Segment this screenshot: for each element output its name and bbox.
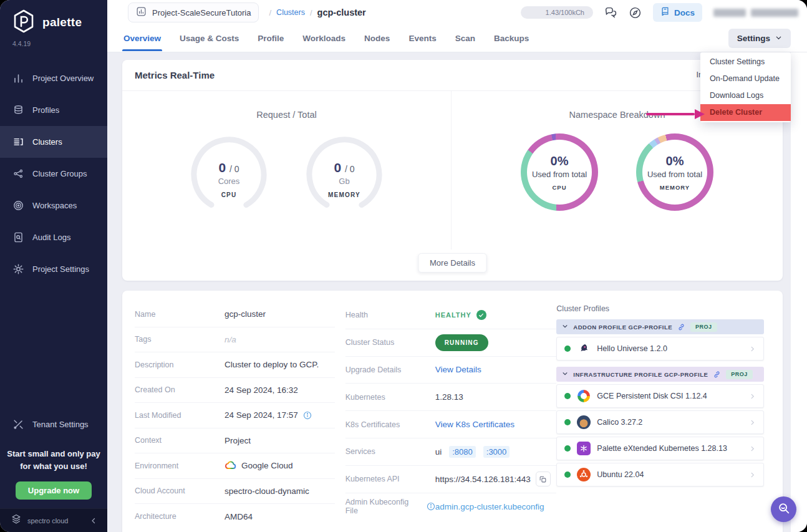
menu-item-delete-cluster[interactable]: Delete Cluster xyxy=(700,104,791,121)
tab-usage-costs[interactable]: Usage & Costs xyxy=(178,26,240,51)
memory-total-value: / 0 xyxy=(345,164,355,174)
chevron-right-icon xyxy=(749,346,756,352)
chevron-right-icon xyxy=(749,419,756,426)
status-row-kubernetes: Kubernetes 1.28.13 xyxy=(346,384,557,411)
footer-brand-text: spectro cloud xyxy=(27,517,68,525)
tools-icon xyxy=(12,418,24,430)
infrastructure-profile-header[interactable]: INFRASTRUCTURE PROFILE GCP-PROFILE PROJ xyxy=(556,367,764,382)
sidebar-item-label: Project Overview xyxy=(32,74,94,83)
sidebar: palette 4.4.19 Project Overview Profiles… xyxy=(0,0,107,532)
info-icon[interactable] xyxy=(427,502,435,511)
view-details-link[interactable]: View Details xyxy=(435,365,481,374)
project-selector[interactable]: Project-ScaleSecureTutoria xyxy=(128,2,259,22)
cluster-tab-bar: Overview Usage & Costs Profile Workloads… xyxy=(107,25,807,52)
namespace-cpu-donut: 0% Used from total CPU xyxy=(521,133,598,211)
brand: palette xyxy=(0,0,107,37)
sidebar-item-project-overview[interactable]: Project Overview xyxy=(0,62,107,94)
menu-item-on-demand-update[interactable]: On-Demand Update xyxy=(700,70,791,87)
memory-percent: 0% xyxy=(666,154,684,168)
top-bar-actions: 1.43/100kCh Docs xyxy=(521,3,798,22)
profile-layer-gce-disk[interactable]: GCE Persistent Disk CSI 1.12.4 xyxy=(556,384,764,408)
profile-layer-calico[interactable]: Calico 3.27.2 xyxy=(556,410,764,434)
sidebar-item-tenant-settings[interactable]: Tenant Settings xyxy=(0,409,107,440)
breadcrumb-clusters-link[interactable]: Clusters xyxy=(276,8,305,17)
breadcrumb-separator: / xyxy=(310,8,312,17)
service-port-link[interactable]: :8080 xyxy=(449,446,476,458)
palette-app: palette 4.4.19 Project Overview Profiles… xyxy=(0,0,807,532)
profile-layer-pxk[interactable]: Palette eXtended Kubernetes 1.28.13 xyxy=(556,437,764,460)
breadcrumb: / Clusters / gcp-cluster xyxy=(269,7,365,17)
info-row-tags: Tags n/a xyxy=(135,327,335,353)
cpu-total-value: / 0 xyxy=(230,164,239,174)
tab-overview[interactable]: Overview xyxy=(122,26,162,51)
addon-profile-header[interactable]: ADDON PROFILE GCP-PROFILE PROJ xyxy=(556,319,764,334)
info-row-environment: Environment Google Cloud xyxy=(135,453,335,479)
link-icon[interactable] xyxy=(677,323,685,331)
tab-backups[interactable]: Backups xyxy=(493,26,530,51)
tab-events[interactable]: Events xyxy=(407,26,437,51)
namespace-memory-donut: 0% Used from total MEMORY xyxy=(636,133,713,211)
request-total-panel: Request / Total 0 / 0 Cores CPU xyxy=(122,91,452,249)
info-row-last-modified: Last Modified 24 Sep 2024, 17:57 xyxy=(135,403,335,428)
collapse-sidebar-icon[interactable] xyxy=(90,517,97,525)
sidebar-item-project-settings[interactable]: Project Settings xyxy=(0,253,107,285)
calico-icon xyxy=(577,415,591,429)
info-icon[interactable] xyxy=(303,411,312,420)
cluster-details-card: Name gcp-cluster Tags n/a Description Cl… xyxy=(122,291,783,532)
sidebar-item-workspaces[interactable]: Workspaces xyxy=(0,190,107,221)
upgrade-promo-text: Start small and only pay for what you us… xyxy=(0,440,107,474)
kubeconfig-download-link[interactable]: admin.gcp-cluster.kubeconfig xyxy=(435,502,544,511)
main-content: Metrics Real-Time Inclu Request / Total … xyxy=(107,52,791,532)
tab-workloads[interactable]: Workloads xyxy=(301,26,347,51)
sidebar-item-clusters[interactable]: Clusters xyxy=(0,126,107,158)
docs-label: Docs xyxy=(674,8,695,17)
menu-item-cluster-settings[interactable]: Cluster Settings xyxy=(700,54,791,70)
upgrade-now-button[interactable]: Upgrade now xyxy=(16,481,92,500)
more-details-button[interactable]: More Details xyxy=(418,253,487,273)
sidebar-item-label: Cluster Groups xyxy=(32,169,87,178)
credits-pill: 1.43/100kCh xyxy=(521,6,593,19)
docs-button[interactable]: Docs xyxy=(653,3,702,22)
menu-item-download-logs[interactable]: Download Logs xyxy=(700,87,791,104)
info-row-cloud-account: Cloud Account spectro-cloud-dynamic xyxy=(135,479,335,505)
sidebar-item-profiles[interactable]: Profiles xyxy=(0,94,107,126)
top-bar: Project-ScaleSecureTutoria / Clusters / … xyxy=(107,0,807,25)
link-icon[interactable] xyxy=(713,370,721,379)
settings-button[interactable]: Settings xyxy=(728,29,791,48)
google-cloud-icon xyxy=(225,460,236,472)
user-name-redacted[interactable] xyxy=(713,9,798,17)
help-search-fab[interactable] xyxy=(771,496,796,522)
status-dot xyxy=(564,445,571,452)
view-k8s-certificates-link[interactable]: View K8s Certificates xyxy=(435,420,515,429)
project-chart-icon xyxy=(136,6,147,19)
tab-scan[interactable]: Scan xyxy=(454,26,476,51)
memory-caption: Used from total xyxy=(647,170,702,179)
metrics-realtime-card: Metrics Real-Time Inclu Request / Total … xyxy=(122,60,783,281)
tab-profile[interactable]: Profile xyxy=(256,26,285,51)
sidebar-item-audit-logs[interactable]: Audit Logs xyxy=(0,221,107,253)
copy-icon[interactable] xyxy=(536,472,551,486)
status-row-cluster-status: Cluster Status RUNNING xyxy=(346,329,557,357)
running-badge: RUNNING xyxy=(435,334,488,351)
sidebar-item-label: Workspaces xyxy=(32,201,77,210)
status-row-health: Health HEALTHY xyxy=(346,302,557,329)
sidebar-item-cluster-groups[interactable]: Cluster Groups xyxy=(0,158,107,190)
settings-label: Settings xyxy=(737,34,770,43)
pxk-icon xyxy=(577,442,591,455)
book-icon xyxy=(660,7,670,18)
service-port-link[interactable]: :3000 xyxy=(483,446,510,458)
chat-icon[interactable] xyxy=(604,6,617,19)
settings-dropdown-menu: Cluster Settings On-Demand Update Downlo… xyxy=(700,52,791,122)
scroll-gutter[interactable] xyxy=(791,52,807,532)
chevron-right-icon xyxy=(749,472,756,478)
cpu-gauge-label: CPU xyxy=(221,191,237,198)
health-status: HEALTHY xyxy=(435,310,486,320)
compass-icon[interactable] xyxy=(629,6,642,19)
memory-donut-label: MEMORY xyxy=(660,184,690,191)
annotation-arrow xyxy=(646,109,705,119)
profile-layer-ubuntu[interactable]: Ubuntu 22.04 xyxy=(556,463,764,486)
profile-layer-hello-universe[interactable]: Hello Universe 1.2.0 xyxy=(556,337,764,360)
breadcrumb-separator: / xyxy=(269,8,271,17)
gce-disk-icon xyxy=(577,390,590,402)
tab-nodes[interactable]: Nodes xyxy=(363,26,391,51)
